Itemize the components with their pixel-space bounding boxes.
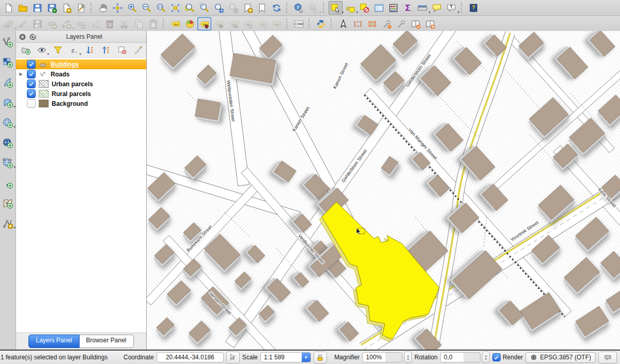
layer-row-roads[interactable]: ▶Roads: [16, 69, 146, 79]
statistics-button[interactable]: Σ: [401, 1, 415, 14]
move-map-button[interactable]: [111, 1, 125, 14]
rotation-spinbox[interactable]: 0,0 ▲▼: [440, 352, 490, 363]
new-shapefile-button[interactable]: [1, 197, 14, 210]
add-wcs-button[interactable]: [1, 137, 14, 149]
zoom-selection-button[interactable]: [183, 1, 197, 14]
toggle-edit-button[interactable]: [16, 17, 30, 30]
field-calc-button[interactable]: [386, 1, 400, 14]
scale-combobox[interactable]: 1:1 589 ▼: [260, 352, 311, 362]
label-move-button[interactable]: abc: [241, 17, 255, 30]
add-spatialite-button[interactable]: [1, 76, 14, 89]
layer-row-rural-parcels[interactable]: Rural parcels: [16, 89, 146, 99]
pan-map-button[interactable]: [96, 1, 110, 14]
expand-all-button[interactable]: [84, 44, 96, 56]
log-messages-button[interactable]: [598, 352, 617, 363]
panel-close-button[interactable]: [19, 33, 26, 41]
pin-label-button[interactable]: abc: [197, 17, 211, 30]
atlas-check-button[interactable]: [409, 17, 423, 30]
layer-row-urban-parcels[interactable]: Urban parcels: [16, 79, 146, 89]
layer-visibility-checkbox[interactable]: [27, 60, 36, 69]
new-composer-button[interactable]: [59, 1, 73, 14]
pin-label2-button[interactable]: abc: [212, 17, 226, 30]
measure-button[interactable]: ▾: [415, 1, 429, 14]
add-raster-button[interactable]: [1, 56, 14, 69]
tab-layers-panel[interactable]: Layers Panel: [28, 335, 79, 348]
brush-button[interactable]: [132, 44, 144, 56]
zoom-out-button[interactable]: [140, 1, 153, 14]
add-group-button[interactable]: [20, 44, 32, 56]
wand-flame-button[interactable]: [380, 17, 394, 30]
layer-visibility-checkbox[interactable]: [27, 89, 36, 98]
composer-manager-button[interactable]: [74, 1, 88, 14]
rotation-stepper[interactable]: ▲▼: [482, 352, 490, 363]
zoom-last-button[interactable]: [212, 1, 226, 14]
map-tips-button[interactable]: [430, 1, 444, 14]
label-eye-button[interactable]: abc: [226, 17, 240, 30]
label-change-button[interactable]: abc: [270, 17, 284, 30]
north-arrow-button[interactable]: [336, 17, 350, 30]
add-postgis-button[interactable]: ▾: [1, 97, 14, 109]
deselect-button[interactable]: [358, 1, 371, 14]
tab-browser-panel[interactable]: Browser Panel: [80, 335, 134, 348]
zoom-layer-button[interactable]: [197, 1, 211, 14]
layer-visibility-checkbox[interactable]: [27, 99, 36, 108]
add-wms-button[interactable]: ▾: [1, 117, 14, 129]
coordinate-input[interactable]: 20.4444,-34.0186: [157, 352, 224, 362]
annotation-button[interactable]: T▾: [444, 1, 458, 14]
frame-label-button[interactable]: [365, 17, 379, 30]
label-pie-button[interactable]: [183, 17, 197, 30]
move-feature-button[interactable]: [74, 17, 88, 30]
atlas-plus-button[interactable]: [423, 17, 437, 30]
layer-row-background[interactable]: Background: [16, 99, 146, 108]
save-project-button[interactable]: [30, 1, 44, 14]
add-delimited-button[interactable]: ,: [1, 177, 14, 189]
select-rect-button[interactable]: ▾: [329, 1, 343, 14]
show-bookmarks-button[interactable]: [255, 1, 269, 14]
epsilon-filter-button[interactable]: ε▾: [68, 44, 80, 56]
help-button[interactable]: ?: [467, 1, 481, 14]
add-feature-button[interactable]: [45, 17, 59, 30]
layer-visibility-checkbox[interactable]: [27, 70, 36, 78]
remove-layer-button[interactable]: [116, 44, 128, 56]
mouse-position-toggle[interactable]: [226, 352, 240, 363]
zoom-in-button[interactable]: [125, 1, 139, 14]
cut-button[interactable]: [117, 17, 131, 30]
add-wfs-button[interactable]: ▾: [1, 157, 14, 169]
zoom-native-button[interactable]: 1:1: [154, 1, 168, 14]
layer-visibility-checkbox[interactable]: [27, 80, 36, 88]
copy-button[interactable]: [132, 17, 146, 30]
current-edits-button[interactable]: ▾: [2, 17, 16, 30]
trash-button[interactable]: [103, 17, 117, 30]
node-tool-button[interactable]: [88, 17, 102, 30]
magnifier-stepper[interactable]: ▲▼: [404, 352, 412, 363]
open-project-button[interactable]: [16, 1, 30, 14]
frame-button[interactable]: [351, 17, 365, 30]
csw-button[interactable]: CSW: [292, 17, 306, 30]
feature-action-button[interactable]: ▾: [306, 1, 320, 14]
zoom-full-button[interactable]: [168, 1, 182, 14]
collapse-all-button[interactable]: [100, 44, 112, 56]
scale-lock-button[interactable]: [314, 352, 327, 363]
new-project-button[interactable]: [2, 1, 16, 14]
python-button[interactable]: [314, 17, 328, 30]
funnel-button[interactable]: [52, 44, 64, 56]
layer-row-buildings[interactable]: Buildings: [16, 59, 146, 69]
refresh-button[interactable]: [270, 1, 284, 14]
paste-button[interactable]: [146, 17, 160, 30]
label-rotate-button[interactable]: abc: [255, 17, 269, 30]
scale-dropdown-arrow[interactable]: ▼: [302, 353, 311, 362]
attr-table-button[interactable]: [372, 1, 386, 14]
label-abc-button[interactable]: abc: [168, 17, 182, 30]
render-checkbox-group[interactable]: Render: [492, 353, 523, 361]
crs-status-button[interactable]: EPSG:3857 (OTF): [525, 352, 596, 363]
save-as-project-button[interactable]: [45, 1, 59, 14]
new-bookmark-button[interactable]: [241, 1, 255, 14]
wand-button[interactable]: [394, 17, 408, 30]
add-vector-button[interactable]: [1, 36, 14, 49]
magnifier-spinbox[interactable]: 100% ▲▼: [362, 352, 412, 363]
create-layer-button[interactable]: ▾: [1, 217, 14, 230]
map-canvas[interactable]: Weltevreden Street Kanon Street Kanon St…: [147, 31, 620, 350]
render-checkbox[interactable]: [492, 353, 501, 361]
layer-expander[interactable]: ▶: [18, 72, 24, 76]
add-nodes-button[interactable]: ▾: [59, 17, 73, 30]
